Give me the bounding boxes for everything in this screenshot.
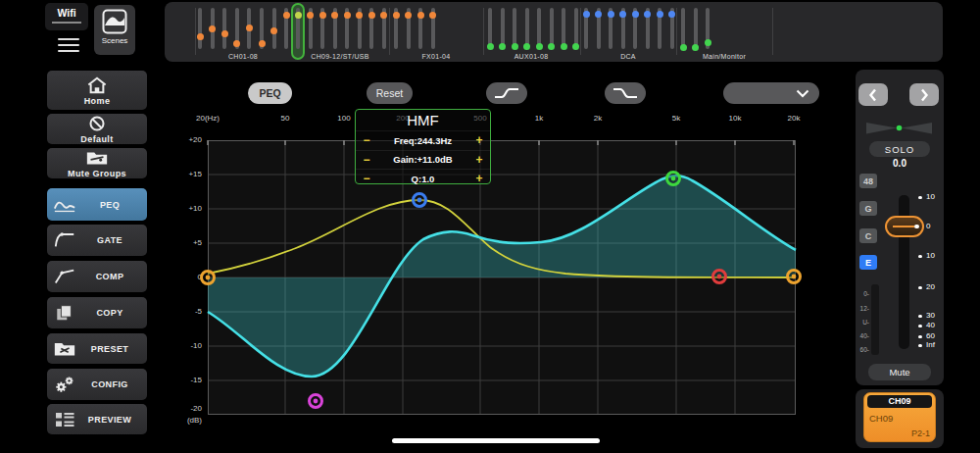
mini-fader-dot — [657, 11, 663, 18]
mini-fader-dot — [583, 11, 590, 18]
sidebar-item-copy[interactable]: COPY — [47, 297, 147, 328]
q-value: Q:1.0 — [377, 174, 468, 184]
group-label: FX01-04 — [422, 53, 451, 60]
group-separator — [483, 8, 484, 55]
mini-fader-dot — [368, 12, 375, 19]
hf-band-handle[interactable] — [667, 173, 680, 185]
gain-plus-button[interactable]: + — [468, 153, 490, 167]
group-label: CH09-12/ST/USB — [311, 53, 368, 60]
gain-minus-button[interactable]: − — [356, 153, 377, 167]
hmf2-band-handle[interactable] — [713, 271, 726, 283]
mini-fader-dot — [548, 43, 555, 50]
fader-scale-label: 0 — [926, 222, 930, 230]
sidebar-item-peq[interactable]: PEQ — [47, 188, 147, 221]
badge-c[interactable]: C — [859, 228, 877, 243]
sidebar-item-home[interactable]: Home — [47, 71, 147, 110]
channel-card-patch: P2-1 — [911, 428, 930, 438]
db-tick-label: +5 — [169, 238, 202, 247]
prohibit-icon — [85, 114, 109, 133]
q-plus-button[interactable]: + — [468, 172, 490, 185]
channel-overview-bar[interactable]: CH01-08CH09-12/ST/USBFX01-04AUX01-08DCAM… — [165, 2, 943, 62]
solo-button[interactable]: SOLO — [869, 141, 930, 157]
freq-plus-button[interactable]: + — [468, 133, 490, 147]
fader-knob[interactable] — [885, 216, 924, 237]
peq-toggle-button[interactable]: PEQ — [248, 82, 292, 104]
fader-scale-label: 30 — [926, 311, 935, 320]
freq-tick-label: 5k — [672, 114, 680, 123]
badge-g[interactable]: G — [859, 201, 877, 216]
mini-fader-dot — [595, 11, 602, 18]
hmf-band-handle[interactable] — [414, 194, 426, 207]
q-row: − Q:1.0 + — [356, 169, 490, 188]
freq-tick-label: 100 — [337, 114, 350, 123]
next-channel-button[interactable] — [909, 83, 939, 106]
channel-card[interactable]: CH09 CH09 P2-1 — [863, 392, 936, 442]
mini-fader-dot — [487, 43, 494, 50]
mini-fader-dot — [705, 39, 711, 46]
group-separator — [389, 8, 390, 55]
mini-fader[interactable] — [198, 8, 202, 49]
channel-card-header: CH09 — [867, 395, 932, 408]
mini-fader[interactable] — [694, 8, 698, 49]
fader-scale-label: 10 — [926, 251, 935, 260]
sidebar-item-label: Home — [84, 96, 111, 106]
home-indicator[interactable] — [392, 438, 600, 443]
mini-fader-dot — [608, 11, 614, 18]
chevron-right-icon — [918, 87, 930, 103]
mini-fader-dot — [429, 12, 436, 19]
db-tick-label: 0 — [169, 273, 202, 281]
mini-fader-dot — [344, 12, 351, 19]
freq-value: Freq:244.3Hz — [377, 135, 468, 146]
preview-icon — [47, 410, 82, 429]
sidebar-item-comp[interactable]: COMP — [47, 261, 147, 292]
mini-fader[interactable] — [681, 8, 685, 49]
fader-scale-label: Inf — [926, 340, 935, 349]
sidebar-item-preset[interactable]: PRESET — [47, 333, 147, 364]
sidebar-item-mute-groups[interactable]: Mute Groups — [47, 148, 147, 178]
mini-fader-dot — [331, 12, 338, 19]
mute-button[interactable]: Mute — [868, 364, 931, 380]
mini-fader-dot — [259, 40, 266, 47]
reset-button[interactable]: Reset — [367, 82, 413, 104]
gears-icon — [47, 375, 82, 394]
db-tick-label: -5 — [169, 307, 202, 316]
peq-curve-icon — [47, 195, 82, 215]
sidebar-item-gate[interactable]: GATE — [47, 225, 147, 256]
high-cut-filter-button[interactable] — [605, 82, 646, 104]
sidebar-item-config[interactable]: CONFIG — [47, 369, 147, 400]
mini-fader-dot — [295, 12, 302, 19]
high-shelf-handle[interactable] — [788, 271, 801, 283]
group-label: DCA — [620, 53, 636, 60]
meter-scale-label: 0- — [856, 290, 869, 297]
mini-fader-dot — [523, 43, 530, 50]
sidebar-item-default[interactable]: Default — [47, 114, 147, 144]
pan-control[interactable] — [866, 122, 932, 135]
mini-fader-dot — [197, 33, 204, 40]
home-icon — [85, 76, 109, 95]
fader-scale-label: 60 — [926, 331, 935, 340]
band-select-dropdown[interactable] — [723, 82, 819, 104]
chevron-left-icon — [867, 87, 879, 103]
band-title: HMF — [356, 110, 490, 130]
db-tick-label: +15 — [169, 170, 202, 178]
db-tick-label: -10 — [169, 341, 202, 350]
gate-curve-icon — [47, 230, 82, 250]
channel-card-name: CH09 — [869, 413, 893, 424]
freq-minus-button[interactable]: − — [356, 133, 377, 147]
fader-scale-dot — [918, 196, 922, 200]
sidebar-item-label: CONFIG — [82, 379, 147, 389]
low-cut-filter-button[interactable] — [486, 82, 527, 104]
mini-fader[interactable] — [222, 8, 226, 49]
badge-e[interactable]: E — [859, 255, 877, 270]
fader-scale-dot — [918, 325, 922, 328]
mini-fader-dot — [380, 12, 387, 19]
low-shelf-handle[interactable] — [202, 272, 215, 284]
mini-fader-dot — [499, 43, 506, 50]
q-minus-button[interactable]: − — [356, 172, 377, 185]
sidebar-item-preview[interactable]: PREVIEW — [47, 404, 147, 434]
prev-channel-button[interactable] — [858, 83, 888, 106]
eq-graph[interactable] — [208, 140, 796, 415]
lf-band-handle[interactable] — [310, 395, 322, 408]
phantom-48v-badge[interactable]: 48 — [859, 174, 877, 188]
gain-value: Gain:+11.0dB — [377, 154, 468, 165]
